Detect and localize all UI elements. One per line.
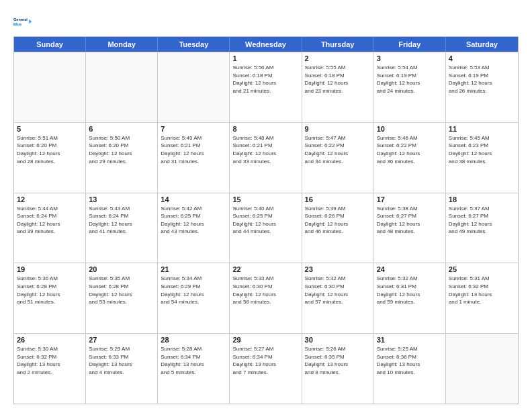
cell-info: Sunrise: 5:42 AM Sunset: 6:25 PM Dayligh… [161,205,226,236]
day-number: 20 [89,265,154,273]
weekday-header-tuesday: Tuesday [158,37,230,52]
day-cell-14: 14Sunrise: 5:42 AM Sunset: 6:25 PM Dayli… [158,193,230,263]
day-number: 9 [305,125,371,133]
cell-info: Sunrise: 5:25 AM Sunset: 6:36 PM Dayligh… [377,345,443,376]
day-number: 4 [449,54,515,62]
day-number: 21 [161,265,226,273]
cell-info: Sunrise: 5:43 AM Sunset: 6:24 PM Dayligh… [89,205,154,236]
day-cell-1: 1Sunrise: 5:56 AM Sunset: 6:18 PM Daylig… [230,52,302,122]
cell-info: Sunrise: 5:32 AM Sunset: 6:30 PM Dayligh… [305,275,371,306]
day-cell-6: 6Sunrise: 5:50 AM Sunset: 6:20 PM Daylig… [86,123,158,193]
day-cell-13: 13Sunrise: 5:43 AM Sunset: 6:24 PM Dayli… [86,193,158,263]
cell-info: Sunrise: 5:48 AM Sunset: 6:21 PM Dayligh… [232,134,298,165]
cell-info: Sunrise: 5:39 AM Sunset: 6:26 PM Dayligh… [305,205,371,236]
day-cell-27: 27Sunrise: 5:29 AM Sunset: 6:33 PM Dayli… [86,334,158,404]
day-number: 16 [305,195,371,203]
cell-info: Sunrise: 5:32 AM Sunset: 6:31 PM Dayligh… [377,275,443,306]
day-number: 8 [232,125,298,133]
day-cell-8: 8Sunrise: 5:48 AM Sunset: 6:21 PM Daylig… [230,123,302,193]
day-cell-19: 19Sunrise: 5:36 AM Sunset: 6:28 PM Dayli… [14,263,86,333]
day-cell-12: 12Sunrise: 5:44 AM Sunset: 6:24 PM Dayli… [14,193,86,263]
day-cell-29: 29Sunrise: 5:27 AM Sunset: 6:34 PM Dayli… [230,334,302,404]
day-number: 13 [89,195,154,203]
cell-info: Sunrise: 5:51 AM Sunset: 6:20 PM Dayligh… [17,134,83,165]
weekday-header-friday: Friday [374,37,446,52]
calendar-row-2: 5Sunrise: 5:51 AM Sunset: 6:20 PM Daylig… [14,122,518,193]
day-cell-3: 3Sunrise: 5:54 AM Sunset: 6:19 PM Daylig… [374,52,446,122]
cell-info: Sunrise: 5:31 AM Sunset: 6:32 PM Dayligh… [449,275,515,306]
day-number: 22 [232,265,298,273]
day-cell-24: 24Sunrise: 5:32 AM Sunset: 6:31 PM Dayli… [374,263,446,333]
cell-info: Sunrise: 5:55 AM Sunset: 6:18 PM Dayligh… [305,64,371,95]
day-cell-20: 20Sunrise: 5:35 AM Sunset: 6:28 PM Dayli… [86,263,158,333]
day-number: 24 [377,265,443,273]
cell-info: Sunrise: 5:29 AM Sunset: 6:33 PM Dayligh… [89,345,154,376]
day-number: 18 [449,195,515,203]
day-cell-28: 28Sunrise: 5:28 AM Sunset: 6:34 PM Dayli… [158,334,230,404]
day-cell-22: 22Sunrise: 5:33 AM Sunset: 6:30 PM Dayli… [230,263,302,333]
cell-info: Sunrise: 5:54 AM Sunset: 6:19 PM Dayligh… [377,64,443,95]
day-number: 12 [17,195,83,203]
page: GeneralBlue SundayMondayTuesdayWednesday… [0,0,532,411]
calendar-header: SundayMondayTuesdayWednesdayThursdayFrid… [14,37,518,52]
cell-info: Sunrise: 5:50 AM Sunset: 6:20 PM Dayligh… [89,134,154,165]
empty-cell [14,52,86,122]
cell-info: Sunrise: 5:27 AM Sunset: 6:34 PM Dayligh… [232,345,298,376]
day-number: 5 [17,125,83,133]
day-number: 25 [449,265,515,273]
calendar-row-5: 26Sunrise: 5:30 AM Sunset: 6:32 PM Dayli… [14,333,518,404]
day-cell-18: 18Sunrise: 5:37 AM Sunset: 6:27 PM Dayli… [446,193,518,263]
cell-info: Sunrise: 5:47 AM Sunset: 6:22 PM Dayligh… [305,134,371,165]
calendar-row-3: 12Sunrise: 5:44 AM Sunset: 6:24 PM Dayli… [14,193,518,263]
day-cell-2: 2Sunrise: 5:55 AM Sunset: 6:18 PM Daylig… [302,52,374,122]
day-number: 6 [89,125,154,133]
svg-text:General: General [13,17,28,21]
cell-info: Sunrise: 5:36 AM Sunset: 6:28 PM Dayligh… [17,275,83,306]
logo: GeneralBlue [13,12,32,31]
cell-info: Sunrise: 5:37 AM Sunset: 6:27 PM Dayligh… [449,205,515,236]
day-cell-9: 9Sunrise: 5:47 AM Sunset: 6:22 PM Daylig… [302,123,374,193]
weekday-header-sunday: Sunday [14,37,86,52]
cell-info: Sunrise: 5:56 AM Sunset: 6:18 PM Dayligh… [232,64,298,95]
day-cell-21: 21Sunrise: 5:34 AM Sunset: 6:29 PM Dayli… [158,263,230,333]
day-number: 27 [89,336,154,344]
day-cell-4: 4Sunrise: 5:53 AM Sunset: 6:19 PM Daylig… [446,52,518,122]
cell-info: Sunrise: 5:30 AM Sunset: 6:32 PM Dayligh… [17,345,83,376]
day-cell-11: 11Sunrise: 5:45 AM Sunset: 6:23 PM Dayli… [446,123,518,193]
day-number: 17 [377,195,443,203]
cell-info: Sunrise: 5:35 AM Sunset: 6:28 PM Dayligh… [89,275,154,306]
day-number: 15 [232,195,298,203]
svg-text:Blue: Blue [13,22,21,26]
empty-cell [86,52,158,122]
day-cell-17: 17Sunrise: 5:38 AM Sunset: 6:27 PM Dayli… [374,193,446,263]
weekday-header-monday: Monday [86,37,158,52]
cell-info: Sunrise: 5:28 AM Sunset: 6:34 PM Dayligh… [161,345,226,376]
day-number: 19 [17,265,83,273]
day-number: 7 [161,125,226,133]
weekday-header-saturday: Saturday [446,37,518,52]
empty-cell [158,52,230,122]
day-number: 11 [449,125,515,133]
cell-info: Sunrise: 5:44 AM Sunset: 6:24 PM Dayligh… [17,205,83,236]
header: GeneralBlue [13,12,519,31]
cell-info: Sunrise: 5:40 AM Sunset: 6:25 PM Dayligh… [232,205,298,236]
cell-info: Sunrise: 5:46 AM Sunset: 6:22 PM Dayligh… [377,134,443,165]
calendar-row-4: 19Sunrise: 5:36 AM Sunset: 6:28 PM Dayli… [14,263,518,333]
day-number: 28 [161,336,226,344]
day-number: 26 [17,336,83,344]
day-number: 29 [232,336,298,344]
day-number: 14 [161,195,226,203]
day-number: 30 [305,336,371,344]
day-number: 3 [377,54,443,62]
cell-info: Sunrise: 5:45 AM Sunset: 6:23 PM Dayligh… [449,134,515,165]
day-cell-26: 26Sunrise: 5:30 AM Sunset: 6:32 PM Dayli… [14,334,86,404]
cell-info: Sunrise: 5:33 AM Sunset: 6:30 PM Dayligh… [232,275,298,306]
day-cell-5: 5Sunrise: 5:51 AM Sunset: 6:20 PM Daylig… [14,123,86,193]
day-number: 23 [305,265,371,273]
empty-cell [446,334,518,404]
weekday-header-wednesday: Wednesday [230,37,302,52]
day-cell-7: 7Sunrise: 5:49 AM Sunset: 6:21 PM Daylig… [158,123,230,193]
day-cell-23: 23Sunrise: 5:32 AM Sunset: 6:30 PM Dayli… [302,263,374,333]
day-cell-15: 15Sunrise: 5:40 AM Sunset: 6:25 PM Dayli… [230,193,302,263]
day-number: 10 [377,125,443,133]
